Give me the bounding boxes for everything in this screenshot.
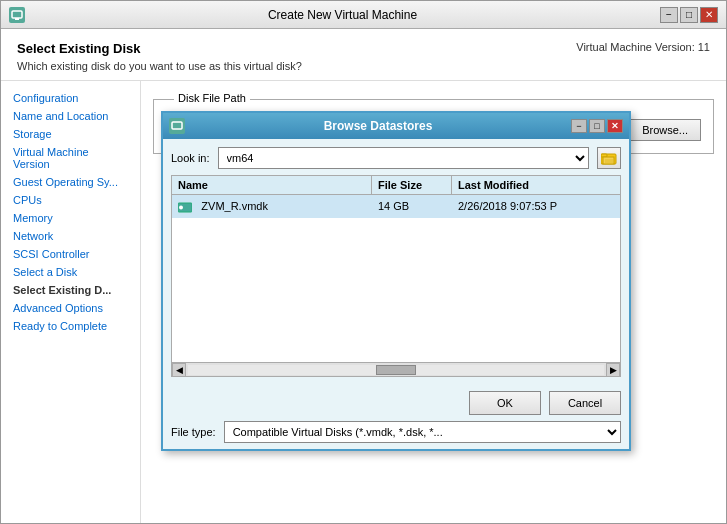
- body-split: Configuration Name and Location Storage …: [1, 81, 726, 523]
- window-controls: − □ ✕: [660, 7, 718, 23]
- cancel-button[interactable]: Cancel: [549, 391, 621, 415]
- main-window: Create New Virtual Machine − □ ✕ Select …: [0, 0, 727, 524]
- file-type-row: File type: Compatible Virtual Disks (*.v…: [171, 421, 621, 443]
- scroll-right-button[interactable]: ▶: [606, 363, 620, 377]
- file-icon: [178, 199, 197, 213]
- col-header-modified: Last Modified: [452, 176, 620, 194]
- file-type-select[interactable]: Compatible Virtual Disks (*.vmdk, *.dsk,…: [224, 421, 621, 443]
- maximize-button[interactable]: □: [680, 7, 698, 23]
- dialog-title: Browse Datastores: [185, 119, 571, 133]
- dialog-icon: [169, 118, 185, 134]
- svg-point-9: [179, 205, 183, 209]
- sidebar-item-scsi[interactable]: SCSI Controller: [1, 245, 140, 263]
- right-panel: Disk File Path Browse... Browse Datastor…: [141, 81, 726, 523]
- col-header-name: Name: [172, 176, 372, 194]
- sidebar-item-storage[interactable]: Storage: [1, 125, 140, 143]
- sidebar-item-network[interactable]: Network: [1, 227, 140, 245]
- sidebar-item-configuration[interactable]: Configuration: [1, 89, 140, 107]
- sidebar-item-advanced[interactable]: Advanced Options: [1, 299, 140, 317]
- main-content: Select Existing Disk Which existing disk…: [1, 29, 726, 523]
- dialog-button-row: OK Cancel: [171, 391, 621, 415]
- browse-datastores-dialog: Browse Datastores − □ ✕ Look in:: [161, 111, 631, 451]
- svg-rect-1: [15, 18, 19, 20]
- scroll-track[interactable]: [188, 365, 604, 375]
- sidebar-item-vm-version[interactable]: Virtual Machine Version: [1, 143, 140, 173]
- app-icon: [9, 7, 25, 23]
- window-title: Create New Virtual Machine: [25, 8, 660, 22]
- sidebar-item-select-existing: Select Existing D...: [1, 281, 140, 299]
- file-name-cell: ZVM_R.vmdk: [172, 197, 372, 215]
- scroll-thumb[interactable]: [376, 365, 416, 375]
- file-list-container: Name File Size Last Modified: [171, 175, 621, 377]
- file-modified-cell: 2/26/2018 9:07:53 P: [452, 198, 620, 214]
- page-title: Select Existing Disk: [17, 41, 302, 56]
- vm-version: Virtual Machine Version: 11: [576, 41, 710, 53]
- dialog-footer: OK Cancel File type: Compatible Virtual …: [163, 385, 629, 449]
- sidebar-item-guest-os[interactable]: Guest Operating Sy...: [1, 173, 140, 191]
- look-in-folder-button[interactable]: [597, 147, 621, 169]
- col-header-size: File Size: [372, 176, 452, 194]
- sidebar-item-select-disk[interactable]: Select a Disk: [1, 263, 140, 281]
- horizontal-scrollbar[interactable]: ◀ ▶: [172, 362, 620, 376]
- file-list-body: ZVM_R.vmdk 14 GB 2/26/2018 9:07:53 P: [172, 195, 620, 362]
- page-subtitle: Which existing disk do you want to use a…: [17, 60, 302, 72]
- sidebar-item-cpus[interactable]: CPUs: [1, 191, 140, 209]
- look-in-row: Look in: vm64: [171, 147, 621, 169]
- look-in-label: Look in:: [171, 152, 210, 164]
- dialog-minimize-button[interactable]: −: [571, 119, 587, 133]
- ok-button[interactable]: OK: [469, 391, 541, 415]
- table-row[interactable]: ZVM_R.vmdk 14 GB 2/26/2018 9:07:53 P: [172, 195, 620, 218]
- sidebar-item-ready[interactable]: Ready to Complete: [1, 317, 140, 335]
- svg-rect-0: [12, 11, 22, 18]
- svg-rect-2: [172, 122, 182, 129]
- look-in-select[interactable]: vm64: [218, 147, 589, 169]
- browse-button[interactable]: Browse...: [629, 119, 701, 141]
- page-header: Select Existing Disk Which existing disk…: [1, 29, 726, 81]
- dialog-maximize-button[interactable]: □: [589, 119, 605, 133]
- dialog-controls: − □ ✕: [571, 119, 623, 133]
- sidebar-item-name-location[interactable]: Name and Location: [1, 107, 140, 125]
- close-button[interactable]: ✕: [700, 7, 718, 23]
- file-type-label: File type:: [171, 426, 216, 438]
- dialog-body: Look in: vm64: [163, 139, 629, 385]
- file-list-header: Name File Size Last Modified: [172, 176, 620, 195]
- disk-file-path-legend: Disk File Path: [174, 92, 250, 104]
- svg-rect-5: [603, 157, 614, 164]
- sidebar: Configuration Name and Location Storage …: [1, 81, 141, 523]
- dialog-close-button[interactable]: ✕: [607, 119, 623, 133]
- minimize-button[interactable]: −: [660, 7, 678, 23]
- sidebar-item-memory[interactable]: Memory: [1, 209, 140, 227]
- title-bar: Create New Virtual Machine − □ ✕: [1, 1, 726, 29]
- header-left: Select Existing Disk Which existing disk…: [17, 41, 302, 72]
- scroll-left-button[interactable]: ◀: [172, 363, 186, 377]
- dialog-title-bar: Browse Datastores − □ ✕: [163, 113, 629, 139]
- file-size-cell: 14 GB: [372, 198, 452, 214]
